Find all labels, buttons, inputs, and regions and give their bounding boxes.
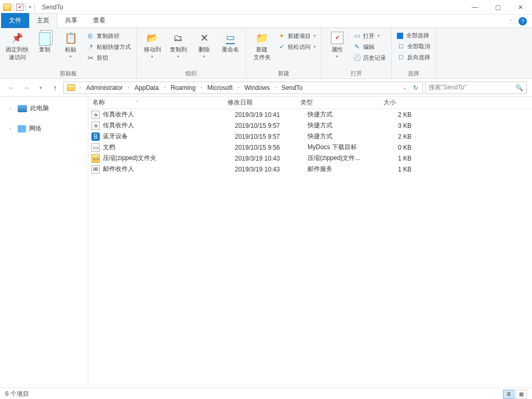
group-clipboard-label: 剪贴板 <box>3 69 133 78</box>
invert-selection-button[interactable]: 反向选择 <box>395 52 432 62</box>
move-to-button[interactable]: 移动到▾ <box>140 29 165 59</box>
file-icon: ⎆ <box>91 111 100 119</box>
tab-view[interactable]: 查看 <box>85 13 113 28</box>
copy-icon <box>37 31 52 45</box>
cut-button[interactable]: 剪切 <box>84 53 133 62</box>
sort-asc-icon: ˄ <box>136 100 138 105</box>
copy-button[interactable]: 复制 <box>32 29 57 54</box>
rename-icon <box>223 31 237 45</box>
col-type[interactable]: 类型 <box>296 98 358 107</box>
network-icon <box>18 125 26 132</box>
help-icon[interactable]: ? <box>518 17 527 25</box>
column-headers[interactable]: 名称˄ 修改日期 类型 大小 <box>88 97 532 109</box>
tab-share[interactable]: 共享 <box>57 13 85 28</box>
view-details-button[interactable]: ≣ <box>503 390 514 399</box>
file-row[interactable]: ⎆传真收件人2019/10/15 9:57快捷方式3 KB <box>88 120 532 131</box>
address-bar[interactable]: › Administrator› AppData› Roaming› Micro… <box>63 82 423 94</box>
file-type: 压缩(zipped)文件... <box>308 154 370 163</box>
pc-icon <box>18 105 27 112</box>
crumb-4[interactable]: Windows <box>241 82 273 94</box>
select-all-button[interactable]: 全部选择 <box>395 31 432 40</box>
delete-button[interactable]: 删除▾ <box>192 29 217 59</box>
paste-button[interactable]: 粘贴▾ <box>58 29 83 59</box>
link-icon <box>86 43 95 51</box>
file-type: 快捷方式 <box>308 132 370 141</box>
copy-path-button[interactable]: 复制路径 <box>84 31 133 41</box>
ribbon-tabs: 文件 主页 共享 查看 ˇ ? <box>0 15 532 28</box>
ribbon: 固定到快 速访问 复制 粘贴▾ 复制路径 粘贴快捷方式 剪切 剪贴板 移动到▾ … <box>0 28 532 79</box>
close-button[interactable]: ✕ <box>509 0 532 15</box>
crumb-3[interactable]: Microsoft <box>204 82 236 94</box>
copyto-icon <box>171 31 185 45</box>
new-folder-button[interactable]: 新建 文件夹 <box>249 29 274 61</box>
crumb-0[interactable]: Administrator <box>83 82 126 94</box>
invert-icon <box>397 53 405 61</box>
nav-tree: ›此电脑 ›网络 <box>0 97 88 388</box>
file-name: 邮件收件人 <box>103 165 235 174</box>
history-button[interactable]: 历史记录 <box>351 53 388 62</box>
col-size[interactable]: 大小 <box>358 98 400 107</box>
newitem-icon <box>277 32 286 40</box>
file-name: 文档 <box>103 143 235 152</box>
item-count: 6 个项目 <box>5 390 29 398</box>
navbar: ← → ▾ ↑ › Administrator› AppData› Roamin… <box>0 79 532 97</box>
pin-to-quick-access-button[interactable]: 固定到快 速访问 <box>3 29 31 61</box>
view-large-button[interactable]: ▦ <box>515 390 527 399</box>
quick-access-toolbar: ✔ ▾ <box>0 3 39 11</box>
copy-to-button[interactable]: 复制到▾ <box>166 29 191 59</box>
qat-dropdown[interactable]: ▾ <box>28 5 32 9</box>
tree-network[interactable]: ›网络 <box>0 122 88 135</box>
file-row[interactable]: ▭压缩(zipped)文件夹2019/3/19 10:43压缩(zipped)文… <box>88 153 532 164</box>
open-button[interactable]: 打开▾ <box>351 31 388 41</box>
tab-file[interactable]: 文件 <box>1 13 29 28</box>
search-box[interactable]: 搜索"SendTo" 🔍 <box>425 82 527 94</box>
file-name: 传真收件人 <box>103 110 235 119</box>
history-icon <box>353 54 361 62</box>
group-select-label: 选择 <box>395 69 432 78</box>
crumb-2[interactable]: Roaming <box>167 82 198 94</box>
search-placeholder: 搜索"SendTo" <box>429 83 467 92</box>
rename-button[interactable]: 重命名 <box>218 29 243 54</box>
crumb-1[interactable]: AppData <box>131 82 162 94</box>
forward-button[interactable]: → <box>20 82 32 94</box>
app-icon[interactable] <box>3 4 11 11</box>
easy-access-button[interactable]: 轻松访问▾ <box>275 42 318 51</box>
file-date: 2019/10/15 9:57 <box>235 122 308 129</box>
file-icon: ▭ <box>91 154 100 163</box>
paste-shortcut-button[interactable]: 粘贴快捷方式 <box>84 42 133 51</box>
file-icon: ▭ <box>91 143 100 152</box>
addr-folder-icon <box>67 84 75 91</box>
new-item-button[interactable]: 新建项目▾ <box>275 31 318 41</box>
pin-icon <box>10 31 24 45</box>
file-row[interactable]: ⎆传真收件人2019/3/19 10:41快捷方式2 KB <box>88 109 532 120</box>
paste-icon <box>63 31 78 45</box>
refresh-button[interactable]: ↻ <box>410 84 421 91</box>
file-type: 快捷方式 <box>308 110 370 119</box>
recent-dropdown[interactable]: ▾ <box>34 82 47 94</box>
properties-button[interactable]: 属性▾ <box>325 29 350 59</box>
explorer-body: ›此电脑 ›网络 名称˄ 修改日期 类型 大小 ⎆传真收件人2019/3/19 … <box>0 97 532 388</box>
file-row[interactable]: ▭文档2019/10/15 9:56MyDocs 下载目标0 KB <box>88 142 532 153</box>
select-none-button[interactable]: 全部取消 <box>395 42 432 51</box>
col-date[interactable]: 修改日期 <box>223 98 296 107</box>
ribbon-collapse[interactable]: ˇ <box>506 17 516 28</box>
file-size: 1 KB <box>370 155 411 162</box>
file-list: 名称˄ 修改日期 类型 大小 ⎆传真收件人2019/3/19 10:41快捷方式… <box>88 97 532 388</box>
file-row[interactable]: B蓝牙设备2019/10/15 9:57快捷方式2 KB <box>88 131 532 142</box>
minimize-button[interactable]: ― <box>463 0 486 15</box>
edit-button[interactable]: 编辑 <box>351 42 388 51</box>
tree-this-pc[interactable]: ›此电脑 <box>0 102 88 115</box>
file-type: 快捷方式 <box>308 121 370 130</box>
qat-properties[interactable]: ✔ <box>16 4 23 11</box>
file-name: 蓝牙设备 <box>103 132 235 141</box>
back-button[interactable]: ← <box>5 82 18 94</box>
file-row[interactable]: ✉邮件收件人2019/3/19 10:43邮件服务1 KB <box>88 164 532 175</box>
col-name[interactable]: 名称˄ <box>88 98 223 107</box>
crumb-5[interactable]: SendTo <box>278 82 306 94</box>
up-button[interactable]: ↑ <box>49 82 61 94</box>
maximize-button[interactable]: ▢ <box>486 0 509 15</box>
addr-dropdown[interactable]: ⌄ <box>400 85 410 90</box>
tab-home[interactable]: 主页 <box>29 13 57 28</box>
move-icon <box>145 31 159 45</box>
file-date: 2019/10/15 9:57 <box>235 133 308 140</box>
